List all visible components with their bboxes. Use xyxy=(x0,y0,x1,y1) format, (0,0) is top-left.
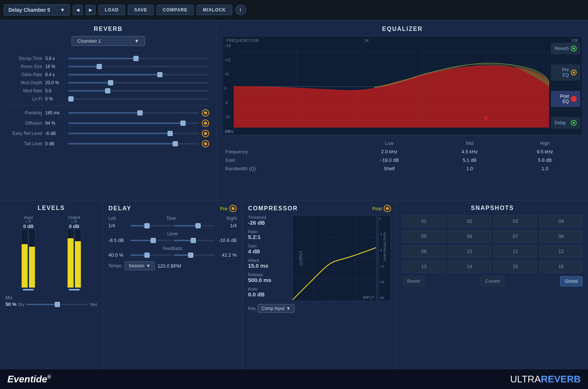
snapshot-04[interactable]: 04 xyxy=(540,215,583,227)
feedback-center-label: Feedback xyxy=(108,246,237,251)
room-size-value: 16 % xyxy=(45,64,65,69)
diffusion-slider[interactable] xyxy=(68,122,199,124)
glide-rate-slider[interactable] xyxy=(68,74,209,75)
snapshot-09[interactable]: 09 xyxy=(402,245,445,257)
room-size-slider[interactable] xyxy=(68,66,209,67)
param-decay-time: Decay Time 3.8 s xyxy=(7,56,209,61)
delay-left-level-slider[interactable] xyxy=(130,240,172,241)
preset-dropdown[interactable]: Delay Chamber 5 ▼ xyxy=(4,4,70,15)
comp-key-row: Key Comp Input ▼ xyxy=(248,304,391,313)
delay-right-feedback: 42.2 % xyxy=(216,252,237,258)
next-preset-button[interactable]: ▶ xyxy=(86,5,96,15)
top-section: REVERB Chamber 1 ▼ Decay Time 3.8 s xyxy=(0,20,588,200)
input-axis-label: INPUT xyxy=(363,296,374,300)
diffusion-power-button[interactable] xyxy=(202,119,209,127)
reverb-panel: REVERB Chamber 1 ▼ Decay Time 3.8 s xyxy=(0,20,217,200)
load-button[interactable]: LOAD xyxy=(98,5,125,15)
mix-control: 50 % Dry Wet xyxy=(6,301,97,307)
snapshot-08[interactable]: 08 xyxy=(540,230,583,242)
input-fader[interactable] xyxy=(23,289,34,290)
snapshot-05[interactable]: 05 xyxy=(402,230,445,242)
earlyref-power-button[interactable] xyxy=(202,130,209,137)
mod-depth-label: Mod Depth xyxy=(7,80,42,85)
taillevel-power-button[interactable] xyxy=(202,140,209,147)
eq-tab-preeq[interactable]: Pre EQ xyxy=(551,64,580,81)
input-meter-bars xyxy=(21,229,35,288)
decay-time-slider[interactable] xyxy=(68,58,209,59)
snapshot-16[interactable]: 16 xyxy=(540,260,583,272)
delay-right-feedback-slider[interactable] xyxy=(173,254,215,256)
snapshot-07[interactable]: 07 xyxy=(494,230,537,242)
gain-value: 4 dB xyxy=(248,248,288,254)
delay-left-time-slider[interactable] xyxy=(130,225,172,226)
reverb-type-dropdown[interactable]: Chamber 1 ▼ xyxy=(72,36,145,46)
param-mod-rate: Mod Rate 5.0 xyxy=(7,88,209,93)
ratio-label: Ratio xyxy=(248,229,288,234)
snapshot-02[interactable]: 02 xyxy=(448,215,491,227)
snapshot-14[interactable]: 14 xyxy=(448,260,491,272)
output-axis-label: OUTPUT xyxy=(299,250,303,265)
ratio-value: 5.2:1 xyxy=(248,234,288,240)
delay-level-row: -8.5 dB -10.6 dB xyxy=(108,238,237,243)
earlyref-slider[interactable] xyxy=(68,133,199,134)
threshold-label: Threshold xyxy=(248,215,288,220)
gain-axis-label: GAIN xyxy=(225,130,233,134)
current-button[interactable]: Current xyxy=(480,276,505,286)
param-glide-rate: Glide Rate 8.4 s xyxy=(7,72,209,77)
eq-params-table: Low Mid High Frequency 2.0 kHz 4.5 kHz 9… xyxy=(222,139,582,173)
snapshot-11[interactable]: 11 xyxy=(494,245,537,257)
top-bar: Delay Chamber 5 ▼ ◀ ▶ LOAD SAVE COMPARE … xyxy=(0,0,588,20)
mod-depth-value: 20.0 % xyxy=(45,80,65,85)
mix-label: Mix xyxy=(6,295,12,300)
global-button[interactable]: Global xyxy=(560,276,582,286)
info-button[interactable]: i xyxy=(235,5,246,15)
prev-preset-button[interactable]: ◀ xyxy=(73,5,83,15)
predelay-power-button[interactable] xyxy=(202,109,209,117)
delay-right-time-slider[interactable] xyxy=(173,225,215,226)
key-arrow-icon: ▼ xyxy=(286,306,291,311)
delay-pre-power: Pre xyxy=(220,205,237,212)
delay-power-button[interactable] xyxy=(229,205,237,212)
mod-depth-slider[interactable] xyxy=(68,82,209,83)
snapshot-13[interactable]: 13 xyxy=(402,260,445,272)
mix-slider[interactable] xyxy=(26,304,88,305)
compressor-panel: COMPRESSOR Post Threshold -26 dB Ratio 5… xyxy=(243,200,397,369)
mod-rate-label: Mod Rate xyxy=(7,88,42,93)
dry-label: Dry xyxy=(18,302,25,307)
knee-value: 0.0 dB xyxy=(248,291,288,297)
ultra-text: ULTRA xyxy=(510,374,541,385)
footer: Eventide® ULTRAREVERB xyxy=(0,369,588,389)
mod-rate-slider[interactable] xyxy=(68,90,209,92)
output-fader[interactable] xyxy=(69,289,80,290)
delay-right-level-slider[interactable] xyxy=(173,240,215,241)
output-meter-bars xyxy=(67,229,81,288)
eq-bandwidth-row: Bandwidth (Q) Shelf 1.0 1.0 xyxy=(222,164,582,173)
snapshot-01[interactable]: 01 xyxy=(402,215,445,227)
input-meter-group: Input L R 0 dB xyxy=(21,215,35,292)
snapshot-10[interactable]: 10 xyxy=(448,245,491,257)
comp-power-button[interactable] xyxy=(384,205,391,212)
tempo-dropdown[interactable]: Session ▼ xyxy=(125,261,155,270)
lofi-slider[interactable] xyxy=(68,98,209,100)
save-button[interactable]: SAVE xyxy=(128,5,154,15)
eq-tab-reverb[interactable]: Reverb xyxy=(551,43,580,54)
snapshot-12[interactable]: 12 xyxy=(540,245,583,257)
predelay-slider[interactable] xyxy=(68,112,199,114)
delay-left-feedback-slider[interactable] xyxy=(130,254,172,256)
param-taillevel: Tail Level 0 dB xyxy=(7,140,209,147)
snapshot-06[interactable]: 06 xyxy=(448,230,491,242)
compare-button[interactable]: COMPARE xyxy=(157,5,194,15)
snapshot-03[interactable]: 03 xyxy=(494,215,537,227)
compressor-post-power: Post xyxy=(372,205,391,212)
eq-tab-delay[interactable]: Delay xyxy=(551,117,580,129)
snapshot-15[interactable]: 15 xyxy=(494,260,537,272)
left-channel-label: Left xyxy=(108,216,116,221)
brand-left: Eventide® xyxy=(7,374,51,385)
taillevel-slider[interactable] xyxy=(68,143,199,144)
eq-tab-posteq[interactable]: Post EQ xyxy=(551,91,580,107)
decay-time-value: 3.8 s xyxy=(45,56,65,61)
main-area: REVERB Chamber 1 ▼ Decay Time 3.8 s xyxy=(0,20,588,369)
revert-button[interactable]: Revert xyxy=(402,276,425,286)
mixlock-button[interactable]: MIXLOCK xyxy=(197,5,232,15)
key-dropdown[interactable]: Comp Input ▼ xyxy=(258,304,295,313)
